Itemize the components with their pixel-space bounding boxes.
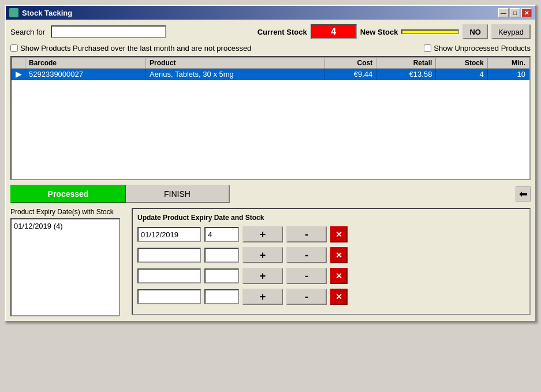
col-arrow <box>12 58 25 69</box>
minimize-button[interactable]: — <box>498 8 509 17</box>
search-label: Search for <box>10 28 45 36</box>
cell-product: Aerius, Tablets, 30 x 5mg <box>146 69 325 80</box>
back-icon[interactable]: ⬅ <box>516 186 531 201</box>
col-min: Min. <box>487 58 529 69</box>
minus-button-2[interactable]: - <box>286 268 327 284</box>
expiry-date-input-3[interactable] <box>137 289 201 304</box>
plus-button-1[interactable]: + <box>242 247 283 263</box>
expiry-qty-input-3[interactable] <box>204 289 239 304</box>
col-barcode: Barcode <box>25 58 146 69</box>
expiry-qty-input-2[interactable] <box>204 268 239 283</box>
row-arrow: ▶ <box>12 69 25 80</box>
new-stock-label: New Stock <box>360 28 398 36</box>
maximize-button[interactable]: □ <box>510 8 520 17</box>
col-retail: Retail <box>376 58 436 69</box>
bottom-section: Processed FINISH ⬅ Product Expiry Date(s… <box>10 185 531 316</box>
top-bar: Search for Current Stock 4 New Stock NO … <box>10 24 531 39</box>
minus-button-1[interactable]: - <box>286 247 327 263</box>
col-cost: Cost <box>325 58 376 69</box>
window-controls: — □ ✕ <box>498 8 532 17</box>
expiry-qty-input-0[interactable] <box>204 227 239 242</box>
expiry-update-row: + - <box>137 268 525 284</box>
update-section-title: Update Product Expiry Date and Stock <box>137 214 525 222</box>
keypad-button[interactable]: Keypad <box>491 24 531 39</box>
expiry-list-item[interactable]: 01/12/2019 (4) <box>14 222 117 230</box>
stock-group: Current Stock 4 New Stock NO Keypad <box>258 24 531 39</box>
show-purchased-label: Show Products Purchased over the last mo… <box>20 44 251 53</box>
expiry-date-input-2[interactable] <box>137 268 201 283</box>
cell-barcode: 5292339000027 <box>25 69 146 80</box>
plus-button-2[interactable]: + <box>242 268 283 284</box>
show-unprocessed-label: Show Unprocessed Products <box>434 44 531 53</box>
col-stock: Stock <box>436 58 487 69</box>
cell-cost: €9.44 <box>325 69 376 80</box>
delete-button-0[interactable] <box>330 226 348 242</box>
product-table: Barcode Product Cost Retail Stock Min. ▶… <box>12 57 529 80</box>
checkbox-row: Show Products Purchased over the last mo… <box>10 44 531 53</box>
current-stock-label: Current Stock <box>258 28 307 36</box>
show-unprocessed-checkbox[interactable] <box>424 44 431 52</box>
search-input[interactable] <box>51 25 166 38</box>
expiry-qty-input-1[interactable] <box>204 248 239 263</box>
bottom-buttons-row: Processed FINISH ⬅ <box>10 185 531 203</box>
expiry-update-row: + - <box>137 247 525 263</box>
cell-stock: 4 <box>436 69 487 80</box>
expiry-date-input-1[interactable] <box>137 248 201 263</box>
col-product: Product <box>146 58 325 69</box>
window-icon <box>9 8 18 17</box>
delete-button-2[interactable] <box>330 268 348 284</box>
expiry-list-title: Product Expiry Date(s) with Stock <box>10 208 126 216</box>
close-button[interactable]: ✕ <box>521 8 532 17</box>
minus-button-3[interactable]: - <box>286 289 327 305</box>
cell-retail: €13.58 <box>376 69 436 80</box>
show-purchased-checkbox[interactable] <box>10 44 18 52</box>
title-bar: Stock Tacking — □ ✕ <box>6 6 535 20</box>
delete-button-3[interactable] <box>330 289 348 305</box>
expiry-update-row: + - <box>137 289 525 305</box>
current-stock-value: 4 <box>311 24 357 39</box>
table-header-row: Barcode Product Cost Retail Stock Min. <box>12 58 529 69</box>
expiry-list: 01/12/2019 (4) <box>10 218 120 316</box>
expiry-section: Product Expiry Date(s) with Stock 01/12/… <box>10 208 531 316</box>
finish-button[interactable]: FINISH <box>126 185 230 203</box>
table-row[interactable]: ▶ 5292339000027 Aerius, Tablets, 30 x 5m… <box>12 69 529 80</box>
product-table-area: Barcode Product Cost Retail Stock Min. ▶… <box>10 56 531 180</box>
cell-min: 10 <box>487 69 529 80</box>
processed-button[interactable]: Processed <box>10 185 126 203</box>
expiry-date-input-0[interactable] <box>137 227 201 242</box>
new-stock-value <box>401 29 459 34</box>
minus-button-0[interactable]: - <box>286 226 327 242</box>
plus-button-0[interactable]: + <box>242 226 283 242</box>
no-button[interactable]: NO <box>462 24 488 39</box>
window-title: Stock Tacking <box>22 9 72 17</box>
plus-button-3[interactable]: + <box>242 289 283 305</box>
expiry-left-panel: Product Expiry Date(s) with Stock 01/12/… <box>10 208 126 316</box>
expiry-update-row: + - <box>137 226 525 242</box>
delete-button-1[interactable] <box>330 247 348 263</box>
expiry-right-panel: Update Product Expiry Date and Stock + -… <box>132 208 531 315</box>
